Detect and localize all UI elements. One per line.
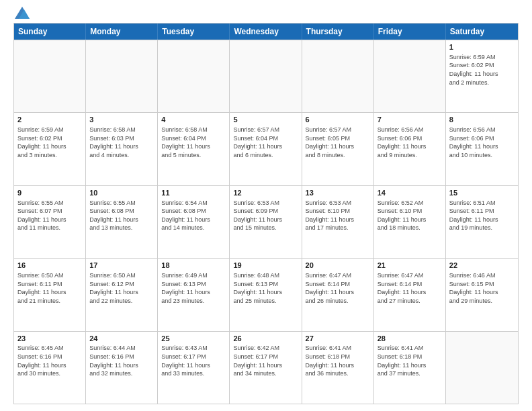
day-cell-16: 16Sunrise: 6:50 AMSunset: 6:11 PMDayligh…	[14, 259, 86, 330]
day-cell-11: 11Sunrise: 6:54 AMSunset: 6:08 PMDayligh…	[158, 186, 230, 258]
day-number: 16	[17, 261, 82, 271]
empty-cell	[158, 40, 230, 112]
day-number: 3	[89, 115, 154, 125]
day-number: 14	[378, 188, 442, 198]
day-number: 23	[17, 334, 82, 344]
day-info: Sunrise: 6:55 AMSunset: 6:07 PMDaylight:…	[17, 199, 82, 232]
day-cell-1: 1Sunrise: 6:59 AMSunset: 6:02 PMDaylight…	[446, 40, 518, 112]
day-cell-18: 18Sunrise: 6:49 AMSunset: 6:13 PMDayligh…	[158, 259, 230, 330]
empty-cell	[14, 40, 86, 112]
day-cell-15: 15Sunrise: 6:51 AMSunset: 6:11 PMDayligh…	[446, 186, 518, 258]
empty-cell	[302, 40, 374, 112]
day-info: Sunrise: 6:56 AMSunset: 6:06 PMDaylight:…	[378, 126, 442, 159]
day-cell-17: 17Sunrise: 6:50 AMSunset: 6:12 PMDayligh…	[86, 259, 158, 330]
day-cell-7: 7Sunrise: 6:56 AMSunset: 6:06 PMDaylight…	[374, 113, 446, 185]
day-cell-8: 8Sunrise: 6:56 AMSunset: 6:06 PMDaylight…	[446, 113, 518, 185]
day-info: Sunrise: 6:54 AMSunset: 6:08 PMDaylight:…	[161, 199, 226, 232]
day-number: 2	[17, 115, 82, 125]
day-cell-6: 6Sunrise: 6:57 AMSunset: 6:05 PMDaylight…	[302, 113, 374, 185]
header-day-tuesday: Tuesday	[158, 24, 230, 40]
day-number: 19	[233, 261, 298, 271]
day-number: 21	[378, 261, 442, 271]
day-info: Sunrise: 6:41 AMSunset: 6:18 PMDaylight:…	[306, 344, 370, 377]
page: SundayMondayTuesdayWednesdayThursdayFrid…	[0, 0, 532, 411]
calendar: SundayMondayTuesdayWednesdayThursdayFrid…	[13, 23, 519, 404]
day-cell-3: 3Sunrise: 6:58 AMSunset: 6:03 PMDaylight…	[86, 113, 158, 185]
day-info: Sunrise: 6:46 AMSunset: 6:15 PMDaylight:…	[449, 271, 515, 305]
day-number: 13	[306, 188, 370, 198]
day-info: Sunrise: 6:53 AMSunset: 6:09 PMDaylight:…	[233, 199, 298, 232]
day-info: Sunrise: 6:58 AMSunset: 6:03 PMDaylight:…	[89, 126, 154, 159]
day-cell-25: 25Sunrise: 6:43 AMSunset: 6:17 PMDayligh…	[158, 332, 230, 404]
day-info: Sunrise: 6:45 AMSunset: 6:16 PMDaylight:…	[17, 344, 82, 377]
day-cell-12: 12Sunrise: 6:53 AMSunset: 6:09 PMDayligh…	[230, 186, 302, 258]
day-number: 9	[17, 188, 82, 198]
day-info: Sunrise: 6:57 AMSunset: 6:04 PMDaylight:…	[233, 126, 298, 159]
day-cell-19: 19Sunrise: 6:48 AMSunset: 6:13 PMDayligh…	[230, 259, 302, 330]
header-day-friday: Friday	[374, 24, 446, 40]
header-day-sunday: Sunday	[14, 24, 86, 40]
day-cell-20: 20Sunrise: 6:47 AMSunset: 6:14 PMDayligh…	[302, 259, 374, 330]
day-number: 25	[161, 334, 226, 344]
day-info: Sunrise: 6:56 AMSunset: 6:06 PMDaylight:…	[449, 126, 515, 159]
day-number: 15	[449, 188, 515, 198]
day-info: Sunrise: 6:41 AMSunset: 6:18 PMDaylight:…	[378, 344, 442, 377]
logo	[13, 12, 30, 19]
calendar-row-0: 1Sunrise: 6:59 AMSunset: 6:02 PMDaylight…	[14, 40, 518, 112]
empty-cell	[86, 40, 158, 112]
day-number: 6	[306, 115, 370, 125]
day-info: Sunrise: 6:59 AMSunset: 6:02 PMDaylight:…	[17, 126, 82, 159]
day-cell-10: 10Sunrise: 6:55 AMSunset: 6:08 PMDayligh…	[86, 186, 158, 258]
day-number: 1	[449, 42, 515, 52]
day-cell-14: 14Sunrise: 6:52 AMSunset: 6:10 PMDayligh…	[374, 186, 446, 258]
day-info: Sunrise: 6:42 AMSunset: 6:17 PMDaylight:…	[233, 344, 298, 377]
day-number: 11	[161, 188, 226, 198]
day-info: Sunrise: 6:51 AMSunset: 6:11 PMDaylight:…	[449, 199, 515, 232]
day-info: Sunrise: 6:52 AMSunset: 6:10 PMDaylight:…	[378, 199, 442, 232]
day-number: 26	[233, 334, 298, 344]
header-day-monday: Monday	[86, 24, 158, 40]
day-number: 7	[378, 115, 442, 125]
day-info: Sunrise: 6:47 AMSunset: 6:14 PMDaylight:…	[306, 271, 370, 305]
header-day-wednesday: Wednesday	[230, 24, 302, 40]
day-cell-22: 22Sunrise: 6:46 AMSunset: 6:15 PMDayligh…	[446, 259, 518, 330]
day-number: 28	[378, 334, 442, 344]
day-cell-13: 13Sunrise: 6:53 AMSunset: 6:10 PMDayligh…	[302, 186, 374, 258]
day-cell-5: 5Sunrise: 6:57 AMSunset: 6:04 PMDaylight…	[230, 113, 302, 185]
calendar-row-1: 2Sunrise: 6:59 AMSunset: 6:02 PMDaylight…	[14, 112, 518, 185]
day-number: 20	[306, 261, 370, 271]
day-info: Sunrise: 6:57 AMSunset: 6:05 PMDaylight:…	[306, 126, 370, 159]
day-cell-26: 26Sunrise: 6:42 AMSunset: 6:17 PMDayligh…	[230, 332, 302, 404]
empty-cell	[230, 40, 302, 112]
day-info: Sunrise: 6:50 AMSunset: 6:11 PMDaylight:…	[17, 271, 82, 305]
day-info: Sunrise: 6:48 AMSunset: 6:13 PMDaylight:…	[233, 271, 298, 305]
header-day-saturday: Saturday	[446, 24, 518, 40]
header	[13, 12, 519, 19]
day-number: 22	[449, 261, 515, 271]
day-cell-9: 9Sunrise: 6:55 AMSunset: 6:07 PMDaylight…	[14, 186, 86, 258]
empty-cell	[446, 332, 518, 404]
day-cell-21: 21Sunrise: 6:47 AMSunset: 6:14 PMDayligh…	[374, 259, 446, 330]
day-info: Sunrise: 6:50 AMSunset: 6:12 PMDaylight:…	[89, 271, 154, 305]
day-info: Sunrise: 6:44 AMSunset: 6:16 PMDaylight:…	[89, 344, 154, 377]
day-number: 10	[89, 188, 154, 198]
day-cell-23: 23Sunrise: 6:45 AMSunset: 6:16 PMDayligh…	[14, 332, 86, 404]
day-number: 17	[89, 261, 154, 271]
day-info: Sunrise: 6:43 AMSunset: 6:17 PMDaylight:…	[161, 344, 226, 377]
day-info: Sunrise: 6:55 AMSunset: 6:08 PMDaylight:…	[89, 199, 154, 232]
header-day-thursday: Thursday	[302, 24, 374, 40]
calendar-body: 1Sunrise: 6:59 AMSunset: 6:02 PMDaylight…	[14, 40, 518, 404]
day-info: Sunrise: 6:49 AMSunset: 6:13 PMDaylight:…	[161, 271, 226, 305]
day-number: 5	[233, 115, 298, 125]
logo-icon	[15, 7, 30, 19]
day-number: 24	[89, 334, 154, 344]
day-cell-24: 24Sunrise: 6:44 AMSunset: 6:16 PMDayligh…	[86, 332, 158, 404]
day-cell-27: 27Sunrise: 6:41 AMSunset: 6:18 PMDayligh…	[302, 332, 374, 404]
day-cell-2: 2Sunrise: 6:59 AMSunset: 6:02 PMDaylight…	[14, 113, 86, 185]
day-number: 27	[306, 334, 370, 344]
empty-cell	[374, 40, 446, 112]
day-info: Sunrise: 6:53 AMSunset: 6:10 PMDaylight:…	[306, 199, 370, 232]
calendar-header: SundayMondayTuesdayWednesdayThursdayFrid…	[14, 24, 518, 40]
day-number: 18	[161, 261, 226, 271]
day-info: Sunrise: 6:47 AMSunset: 6:14 PMDaylight:…	[378, 271, 442, 305]
